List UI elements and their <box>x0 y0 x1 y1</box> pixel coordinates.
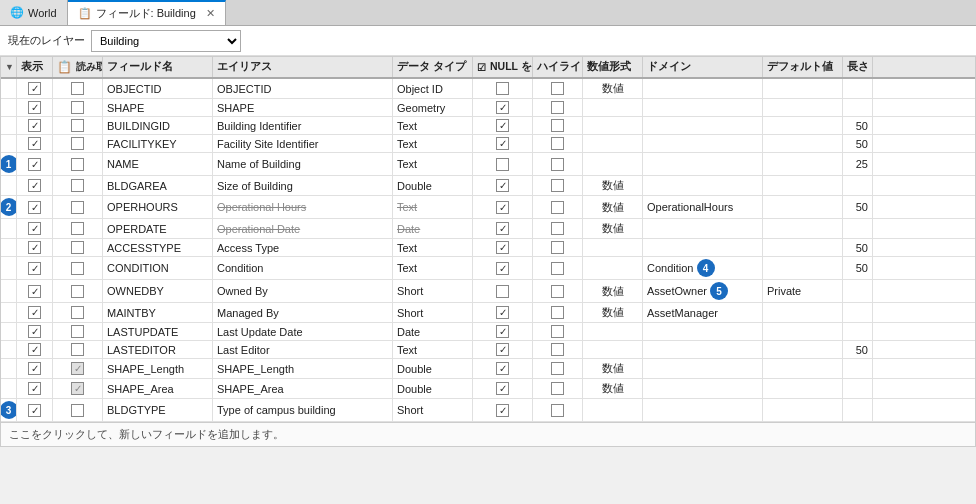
cell-nullable[interactable] <box>473 99 533 116</box>
header-numformat: 数値形式 <box>583 57 643 77</box>
cell-nullable[interactable] <box>473 280 533 302</box>
cell-show[interactable] <box>17 239 53 256</box>
cell-readonly[interactable] <box>53 323 103 340</box>
tab-world[interactable]: 🌐 World <box>0 0 68 25</box>
table-row: SHAPE SHAPE Geometry <box>1 99 975 117</box>
layer-select[interactable]: Building <box>91 30 241 52</box>
cell-readonly[interactable] <box>53 341 103 358</box>
table-row: FACILITYKEY Facility Site Identifier Tex… <box>1 135 975 153</box>
cell-readonly[interactable] <box>53 176 103 195</box>
cell-readonly[interactable] <box>53 79 103 98</box>
cell-highlight[interactable] <box>533 79 583 98</box>
cell-badge <box>1 239 17 256</box>
cell-nullable[interactable] <box>473 117 533 134</box>
tab-building-label: フィールド: Building <box>96 6 196 21</box>
cell-nullable[interactable] <box>473 79 533 98</box>
cell-default <box>763 379 843 398</box>
cell-domain <box>643 176 763 195</box>
header-nullable: ☑NULL を許可 <box>473 57 533 77</box>
cell-highlight[interactable] <box>533 176 583 195</box>
cell-show[interactable] <box>17 280 53 302</box>
header-show: 表示 <box>17 57 53 77</box>
cell-show[interactable] <box>17 99 53 116</box>
cell-highlight[interactable] <box>533 341 583 358</box>
cell-highlight[interactable] <box>533 135 583 152</box>
cell-nullable[interactable] <box>473 323 533 340</box>
cell-readonly[interactable] <box>53 379 103 398</box>
cell-nullable[interactable] <box>473 379 533 398</box>
cell-nullable[interactable] <box>473 219 533 238</box>
tab-close-button[interactable]: ✕ <box>206 7 215 20</box>
cell-nullable[interactable] <box>473 303 533 322</box>
cell-length <box>843 323 873 340</box>
add-row[interactable]: ここをクリックして、新しいフィールドを追加します。 <box>1 422 975 446</box>
cell-readonly[interactable] <box>53 153 103 175</box>
cell-show[interactable] <box>17 79 53 98</box>
cell-readonly[interactable] <box>53 117 103 134</box>
cell-nullable[interactable] <box>473 257 533 279</box>
cell-show[interactable] <box>17 176 53 195</box>
cell-highlight[interactable] <box>533 117 583 134</box>
table-scroll-area[interactable]: ▼ 表示 📋読み取り専用 フィールド名 エイリアス データ タイプ <box>0 56 976 504</box>
cell-datatype: Text <box>393 135 473 152</box>
cell-datatype: Double <box>393 359 473 378</box>
cell-highlight[interactable] <box>533 239 583 256</box>
cell-readonly[interactable] <box>53 196 103 218</box>
cell-datatype: Text <box>393 153 473 175</box>
cell-highlight[interactable] <box>533 196 583 218</box>
cell-highlight[interactable] <box>533 219 583 238</box>
cell-nullable[interactable] <box>473 359 533 378</box>
cell-show[interactable] <box>17 399 53 421</box>
cell-show[interactable] <box>17 135 53 152</box>
cell-nullable[interactable] <box>473 153 533 175</box>
cell-readonly[interactable] <box>53 219 103 238</box>
cell-readonly[interactable] <box>53 303 103 322</box>
cell-nullable[interactable] <box>473 196 533 218</box>
cell-highlight[interactable] <box>533 153 583 175</box>
cell-readonly[interactable] <box>53 99 103 116</box>
cell-show[interactable] <box>17 153 53 175</box>
cell-readonly[interactable] <box>53 135 103 152</box>
cell-nullable[interactable] <box>473 341 533 358</box>
cell-readonly[interactable] <box>53 280 103 302</box>
cell-show[interactable] <box>17 379 53 398</box>
cell-show[interactable] <box>17 303 53 322</box>
cell-nullable[interactable] <box>473 399 533 421</box>
cell-nullable[interactable] <box>473 239 533 256</box>
cell-alias: Operational Hours <box>213 196 393 218</box>
cell-show[interactable] <box>17 341 53 358</box>
cell-highlight[interactable] <box>533 359 583 378</box>
cell-highlight[interactable] <box>533 399 583 421</box>
cell-fieldname: OPERDATE <box>103 219 213 238</box>
cell-highlight[interactable] <box>533 99 583 116</box>
cell-fieldname: BLDGAREA <box>103 176 213 195</box>
cell-alias: Type of campus building <box>213 399 393 421</box>
cell-readonly[interactable] <box>53 239 103 256</box>
cell-highlight[interactable] <box>533 303 583 322</box>
cell-highlight[interactable] <box>533 280 583 302</box>
header-highlight: ハイライト <box>533 57 583 77</box>
cell-show[interactable] <box>17 323 53 340</box>
cell-highlight[interactable] <box>533 257 583 279</box>
cell-datatype: Short <box>393 399 473 421</box>
cell-nullable[interactable] <box>473 135 533 152</box>
cell-numformat: 数値 <box>583 196 643 218</box>
header-fieldname: フィールド名 <box>103 57 213 77</box>
tab-building[interactable]: 📋 フィールド: Building ✕ <box>68 0 226 25</box>
cell-domain <box>643 153 763 175</box>
cell-highlight[interactable] <box>533 379 583 398</box>
cell-show[interactable] <box>17 359 53 378</box>
cell-show[interactable] <box>17 219 53 238</box>
cell-readonly[interactable] <box>53 359 103 378</box>
cell-alias: OBJECTID <box>213 79 393 98</box>
cell-show[interactable] <box>17 117 53 134</box>
cell-readonly[interactable] <box>53 399 103 421</box>
cell-nullable[interactable] <box>473 176 533 195</box>
cell-highlight[interactable] <box>533 323 583 340</box>
cell-readonly[interactable] <box>53 257 103 279</box>
cell-badge <box>1 257 17 279</box>
cell-show[interactable] <box>17 196 53 218</box>
cell-length <box>843 359 873 378</box>
cell-show[interactable] <box>17 257 53 279</box>
cell-fieldname: SHAPE_Length <box>103 359 213 378</box>
